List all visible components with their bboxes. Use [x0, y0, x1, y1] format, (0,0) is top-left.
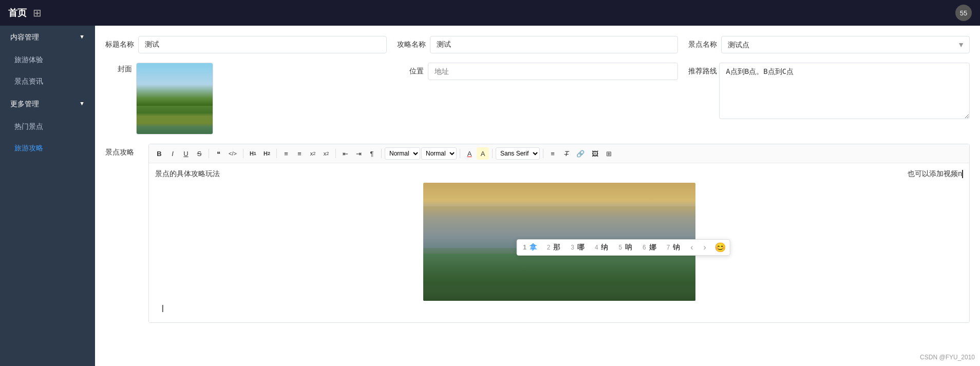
- title-input[interactable]: [138, 36, 387, 53]
- form-row-1: 标题名称 攻略名称 景点名称 测试点 ▼: [105, 36, 970, 53]
- form-group-cover: 封面: [105, 63, 387, 134]
- text-cursor: [962, 170, 963, 178]
- toolbar-text-bg[interactable]: A: [477, 147, 489, 160]
- toolbar-align-right[interactable]: ⇥: [352, 147, 365, 160]
- route-textarea[interactable]: A点到B点。B点到C点: [719, 63, 970, 119]
- toolbar-h2[interactable]: H2: [260, 147, 273, 160]
- ime-num-7: 7: [667, 244, 670, 251]
- sidebar-group-header-more-management[interactable]: 更多管理 ▲: [0, 92, 95, 116]
- toolbar-align-left[interactable]: ⇤: [339, 147, 351, 160]
- cover-image-box[interactable]: [136, 63, 213, 134]
- top-bar-right: 55: [955, 5, 972, 21]
- toolbar-separator-4: [335, 149, 336, 158]
- toolbar-table[interactable]: ⊞: [602, 147, 615, 160]
- sidebar-item-label-popular-spots: 热门景点: [14, 122, 43, 131]
- toolbar-ordered-list[interactable]: ≡: [280, 147, 292, 160]
- editor-text-right: 也可以添加视频n: [908, 169, 963, 179]
- chevron-icon-more-management: ▲: [79, 101, 85, 107]
- top-bar: 首页 ⊞ 55: [0, 0, 980, 26]
- toolbar-font-select[interactable]: Sans Serif: [496, 147, 540, 160]
- ime-text-2: 那: [553, 243, 560, 251]
- title-label: 标题名称: [105, 40, 134, 49]
- ime-text-5: 呐: [625, 243, 632, 251]
- ime-suggestion-bar: 1 拿 2 那 3 哪 4 纳: [516, 239, 730, 256]
- toolbar-underline[interactable]: U: [180, 147, 192, 160]
- i-beam-cursor: I: [161, 303, 164, 315]
- ime-num-1: 1: [523, 244, 526, 251]
- toolbar-justify[interactable]: ≡: [546, 147, 559, 160]
- ime-text-3: 哪: [577, 243, 585, 251]
- chevron-icon-content-management: ▲: [79, 34, 85, 41]
- toolbar-h1[interactable]: H1: [247, 147, 259, 160]
- ime-text-1: 拿: [530, 243, 537, 251]
- editor-toolbar: B I U S ❝ </> H1 H2 ≡ ≡ x2 x2 ⇤: [149, 144, 969, 163]
- toolbar-subscript[interactable]: x2: [307, 147, 319, 160]
- toolbar-separator-8: [543, 149, 543, 158]
- toolbar-bold[interactable]: B: [153, 147, 165, 160]
- cover-image: [137, 63, 213, 134]
- main-layout: 内容管理 ▲ 旅游体验 景点资讯 更多管理 ▲ 热门景点 旅游攻略: [0, 26, 980, 366]
- editor-wrapper: B I U S ❝ </> H1 H2 ≡ ≡ x2 x2 ⇤: [148, 144, 970, 323]
- sidebar-group-header-content-management[interactable]: 内容管理 ▲: [0, 26, 95, 49]
- toolbar-format-select-1[interactable]: Normal: [385, 147, 420, 160]
- toolbar-separator-7: [492, 149, 493, 158]
- location-input[interactable]: [428, 63, 679, 80]
- ime-num-2: 2: [547, 244, 551, 251]
- ime-prev-button[interactable]: ‹: [688, 242, 695, 253]
- toolbar-link[interactable]: 🔗: [573, 147, 588, 160]
- route-label: 推荐路线: [688, 63, 715, 76]
- form-group-location: 位置: [397, 63, 679, 80]
- avatar[interactable]: 55: [955, 5, 972, 21]
- sidebar-item-travel-experience[interactable]: 旅游体验: [0, 49, 95, 71]
- toolbar-remove-format[interactable]: T̶: [560, 147, 572, 160]
- ime-text-6: 娜: [649, 243, 656, 251]
- ime-text-4: 纳: [601, 243, 608, 251]
- top-bar-left: 首页 ⊞: [8, 7, 42, 19]
- toolbar-superscript[interactable]: x2: [320, 147, 332, 160]
- strategy-input[interactable]: [430, 36, 679, 53]
- sidebar-item-label-travel-experience: 旅游体验: [14, 55, 43, 65]
- grid-icon[interactable]: ⊞: [33, 7, 42, 19]
- toolbar-unordered-list[interactable]: ≡: [293, 147, 306, 160]
- ime-emoji-button[interactable]: 😊: [714, 242, 726, 253]
- editor-text-row: 景点的具体攻略玩法 也可以添加视频n: [155, 169, 963, 179]
- home-logo[interactable]: 首页: [8, 7, 27, 19]
- toolbar-image[interactable]: 🖼: [589, 147, 601, 160]
- toolbar-separator-6: [460, 149, 460, 158]
- sidebar-item-label-scenic-info: 景点资讯: [14, 77, 43, 86]
- sidebar-item-travel-guide[interactable]: 旅游攻略: [0, 138, 95, 159]
- strategy-label: 攻略名称: [397, 40, 426, 49]
- sidebar-item-popular-spots[interactable]: 热门景点: [0, 116, 95, 138]
- toolbar-text-color[interactable]: A: [463, 147, 476, 160]
- toolbar-separator-1: [209, 149, 209, 158]
- editor-text-left: 景点的具体攻略玩法: [155, 169, 220, 179]
- spot-label: 景点名称: [688, 40, 717, 49]
- toolbar-code[interactable]: </>: [225, 147, 240, 160]
- toolbar-format-select-2[interactable]: Normal: [421, 147, 457, 160]
- editor-content[interactable]: 景点的具体攻略玩法 也可以添加视频n 1 拿: [149, 163, 969, 322]
- ime-candidate-3[interactable]: 3 哪: [569, 242, 587, 253]
- toolbar-italic[interactable]: I: [166, 147, 179, 160]
- editor-section: 景点攻略 B I U S ❝ </> H1 H2 ≡ ≡ x2: [105, 144, 970, 323]
- ime-next-button[interactable]: ›: [702, 242, 708, 253]
- editor-label: 景点攻略: [105, 144, 134, 157]
- toolbar-strikethrough[interactable]: S: [193, 147, 205, 160]
- sidebar-item-scenic-info[interactable]: 景点资讯: [0, 71, 95, 92]
- ime-candidate-5[interactable]: 5 呐: [616, 242, 634, 253]
- ime-candidate-6[interactable]: 6 娜: [640, 242, 658, 253]
- text-cursor-row: I: [155, 301, 963, 316]
- cover-label: 封面: [105, 63, 132, 74]
- ime-candidate-2[interactable]: 2 那: [545, 242, 563, 253]
- ime-candidate-1[interactable]: 1 拿: [521, 242, 539, 253]
- spot-select[interactable]: 测试点: [721, 36, 970, 53]
- toolbar-indent[interactable]: ¶: [366, 147, 378, 160]
- form-group-strategy: 攻略名称: [397, 36, 679, 53]
- sidebar-group-more-management: 更多管理 ▲ 热门景点 旅游攻略: [0, 92, 95, 159]
- toolbar-separator-5: [381, 149, 382, 158]
- ime-num-6: 6: [643, 244, 646, 251]
- form-group-route: 推荐路线 A点到B点。B点到C点: [688, 63, 970, 119]
- ime-candidate-4[interactable]: 4 纳: [593, 242, 611, 253]
- ime-candidate-7[interactable]: 7 钠: [665, 242, 683, 253]
- toolbar-separator-2: [243, 149, 243, 158]
- toolbar-quote[interactable]: ❝: [212, 147, 224, 160]
